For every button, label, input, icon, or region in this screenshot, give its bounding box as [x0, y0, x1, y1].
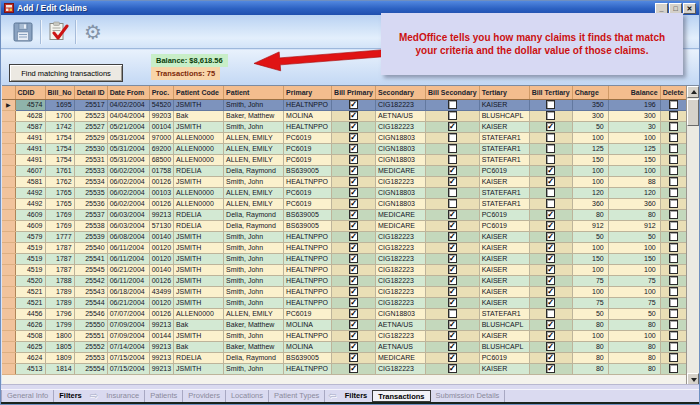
checked-checkbox[interactable] — [546, 232, 555, 241]
close-button[interactable]: ✕ — [683, 3, 696, 14]
cell-secondary[interactable]: CIGN18803 — [376, 154, 426, 165]
table-row[interactable]: 460917692553706/03/200499213RDELIADelia,… — [2, 209, 687, 220]
cell-cdid[interactable]: 4491 — [15, 154, 45, 165]
cell-proc-[interactable]: 00140 — [149, 231, 173, 242]
minimize-button[interactable]: _ — [655, 3, 668, 14]
table-row[interactable]: 449117542553005/31/200469200ALLEN0000ALL… — [2, 143, 687, 154]
tab-locations[interactable]: Locations — [226, 390, 269, 402]
checked-checkbox[interactable] — [546, 320, 555, 329]
cell-primary[interactable]: PC6019 — [284, 187, 332, 198]
cell-proc-[interactable]: 00140 — [149, 264, 173, 275]
cell-bill-no[interactable]: 1799 — [45, 319, 74, 330]
cell-primary[interactable]: BS639005 — [284, 352, 332, 363]
cell-detail-id[interactable]: 25553 — [74, 352, 107, 363]
cell-proc-[interactable]: 00120 — [149, 297, 173, 308]
cell-date-from[interactable]: 07/15/2004 — [107, 352, 149, 363]
cell-patient-code[interactable]: ALLEN0000 — [174, 154, 224, 165]
cell-balance[interactable]: 912 — [608, 220, 660, 231]
checked-checkbox[interactable] — [349, 111, 358, 120]
cell-date-from[interactable]: 05/31/2004 — [107, 132, 149, 143]
cell-cdid[interactable]: 4521 — [15, 286, 45, 297]
cell-charge[interactable]: 75 — [572, 275, 608, 286]
cell-cdid[interactable]: 4624 — [15, 352, 45, 363]
column-header-patient-code[interactable]: Patient Code — [174, 86, 224, 99]
cell-balance[interactable]: 150 — [608, 253, 660, 264]
cell-primary[interactable]: HEALTNPPO — [284, 121, 332, 132]
cell-patient-code[interactable]: JSMITH — [174, 363, 224, 374]
cell-patient[interactable]: Baker, Matthew — [224, 110, 284, 121]
cell-patient-code[interactable]: RDELIA — [174, 220, 224, 231]
column-header-delete[interactable]: Delete — [660, 86, 687, 99]
unchecked-checkbox[interactable] — [669, 100, 678, 109]
tab-general-info[interactable]: General Info — [1, 390, 54, 402]
cell-charge[interactable]: 912 — [572, 220, 608, 231]
cell-tertiary[interactable]: STATEFAR1 — [479, 154, 529, 165]
cell-date-from[interactable]: 04/02/2004 — [107, 99, 149, 110]
cell-cdid[interactable]: 4492 — [15, 198, 45, 209]
cell-bill-no[interactable]: 1789 — [45, 297, 74, 308]
unchecked-checkbox[interactable] — [669, 232, 678, 241]
cell-proc-[interactable]: 43499 — [149, 286, 173, 297]
cell-secondary[interactable]: CIG182223 — [376, 99, 426, 110]
cell-detail-id[interactable]: 25551 — [74, 330, 107, 341]
table-row[interactable]: 462418092555307/15/200499213RDELIADelia,… — [2, 352, 687, 363]
cell-secondary[interactable]: CIG182223 — [376, 231, 426, 242]
cell-patient-code[interactable]: JSMITH — [174, 275, 224, 286]
table-row[interactable]: 451917872554106/11/200400120JSMITHSmith,… — [2, 253, 687, 264]
cell-detail-id[interactable]: 25543 — [74, 286, 107, 297]
unchecked-checkbox[interactable] — [546, 100, 555, 109]
cell-detail-id[interactable]: 25542 — [74, 275, 107, 286]
cell-patient-code[interactable]: JSMITH — [174, 176, 224, 187]
cell-date-from[interactable]: 06/11/2004 — [107, 275, 149, 286]
cell-patient[interactable]: Smith, John — [224, 121, 284, 132]
cell-charge[interactable]: 150 — [572, 253, 608, 264]
cell-cdid[interactable]: 4574 — [15, 99, 45, 110]
cell-patient-code[interactable]: JSMITH — [174, 330, 224, 341]
cell-secondary[interactable]: MEDICARE — [376, 220, 426, 231]
table-row[interactable]: 462617992555007/09/200499213BakBaker, Ma… — [2, 319, 687, 330]
cell-balance[interactable]: 125 — [608, 143, 660, 154]
unchecked-checkbox[interactable] — [448, 188, 457, 197]
cell-secondary[interactable]: AETNA/US — [376, 110, 426, 121]
cell-balance[interactable]: 196 — [608, 99, 660, 110]
cell-detail-id[interactable]: 25545 — [74, 264, 107, 275]
cell-cdid[interactable]: 4456 — [15, 308, 45, 319]
cell-proc-[interactable]: 99213 — [149, 319, 173, 330]
cell-charge[interactable]: 100 — [572, 286, 608, 297]
cell-patient[interactable]: Smith, John — [224, 242, 284, 253]
cell-primary[interactable]: HEALTNPPO — [284, 231, 332, 242]
checked-checkbox[interactable] — [349, 133, 358, 142]
cell-proc-[interactable]: 97000 — [149, 132, 173, 143]
cell-patient[interactable]: Delia, Raymond — [224, 220, 284, 231]
cell-charge[interactable]: 300 — [572, 110, 608, 121]
cell-primary[interactable]: PC6019 — [284, 132, 332, 143]
cell-patient[interactable]: Smith, John — [224, 176, 284, 187]
checked-checkbox[interactable] — [546, 287, 555, 296]
row-selector[interactable] — [2, 165, 15, 176]
table-row[interactable]: 450818002555107/09/200400144JSMITHSmith,… — [2, 330, 687, 341]
cell-patient[interactable]: Delia, Raymond — [224, 209, 284, 220]
checked-checkbox[interactable] — [448, 177, 457, 186]
cell-detail-id[interactable]: 25552 — [74, 341, 107, 352]
cell-cdid[interactable]: 4519 — [15, 242, 45, 253]
cell-bill-no[interactable]: 1788 — [45, 275, 74, 286]
cell-balance[interactable]: 80 — [608, 341, 660, 352]
cell-patient-code[interactable]: ALLEN0000 — [174, 198, 224, 209]
cell-balance[interactable]: 80 — [608, 363, 660, 374]
cell-balance[interactable]: 80 — [608, 352, 660, 363]
checked-checkbox[interactable] — [448, 298, 457, 307]
cell-tertiary[interactable]: KAISER — [479, 286, 529, 297]
cell-tertiary[interactable]: KAISER — [479, 121, 529, 132]
cell-proc-[interactable]: 00120 — [149, 253, 173, 264]
checked-checkbox[interactable] — [349, 144, 358, 153]
cell-patient-code[interactable]: JSMITH — [174, 264, 224, 275]
row-selector[interactable] — [2, 242, 15, 253]
cell-proc-[interactable]: 57130 — [149, 220, 173, 231]
column-header-tertiary[interactable]: Tertiary — [479, 86, 529, 99]
cell-date-from[interactable]: 06/21/2004 — [107, 297, 149, 308]
cell-charge[interactable]: 50 — [572, 231, 608, 242]
row-selector[interactable]: ▶ — [2, 99, 15, 110]
checked-checkbox[interactable] — [349, 276, 358, 285]
cell-date-from[interactable]: 06/02/2004 — [107, 198, 149, 209]
checked-checkbox[interactable] — [448, 166, 457, 175]
